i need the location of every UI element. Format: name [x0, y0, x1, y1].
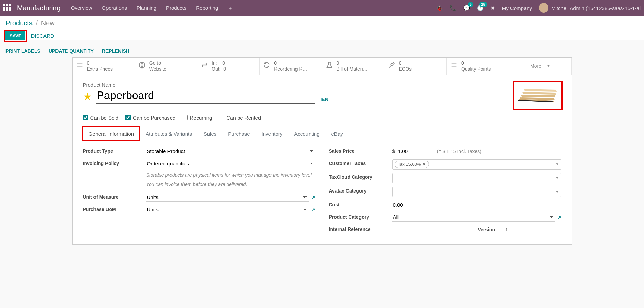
bug-icon[interactable]: 🐞 [436, 5, 443, 11]
top-navbar: Manufacturing Overview Operations Planni… [0, 0, 644, 16]
breadcrumb-products[interactable]: Products [5, 19, 33, 27]
category-external-link-icon[interactable]: ↗ [557, 214, 561, 220]
stat-bom[interactable]: 0Bill of Materi… [322, 58, 384, 75]
svg-marker-15 [524, 89, 557, 92]
tab-ebay[interactable]: eBay [326, 127, 349, 140]
menu-products[interactable]: Products [166, 5, 186, 11]
stat-extra-prices[interactable]: 0Extra Prices [73, 58, 135, 75]
product-flags: Can be Sold Can be Purchased Recurring C… [73, 113, 572, 127]
chevron-down-icon[interactable]: ▼ [556, 176, 559, 180]
form-tabs: General Information Attributes & Variant… [73, 127, 572, 140]
form-sheet: 0Extra Prices Go toWebsite In: 0 Out: 0 … [72, 57, 572, 245]
version-value: 1 [505, 227, 508, 232]
chevron-down-icon[interactable]: ▼ [556, 162, 559, 166]
stat-ecos[interactable]: 0ECOs [384, 58, 447, 75]
uom-label: Unit of Measure [83, 193, 146, 200]
purchase-uom-select[interactable]: Units [146, 205, 309, 214]
taxcloud-input[interactable]: ▼ [392, 173, 561, 183]
tab-accounting[interactable]: Accounting [288, 127, 325, 140]
remove-tag-icon[interactable]: ✕ [422, 162, 426, 167]
user-menu[interactable]: Mitchell Admin (15412385-saas-15-1-al [539, 3, 641, 13]
taxcloud-label: TaxCloud Category [329, 173, 392, 180]
menu-planning[interactable]: Planning [137, 5, 156, 11]
menu-operations[interactable]: Operations [102, 5, 127, 11]
exchange-icon [201, 61, 208, 71]
stat-buttons: 0Extra Prices Go toWebsite In: 0 Out: 0 … [73, 58, 572, 75]
apps-icon[interactable] [3, 4, 12, 12]
avatar [539, 3, 548, 13]
can-be-rented-checkbox[interactable]: Can be Rented [219, 115, 261, 121]
activities-icon[interactable]: 🕘25 [477, 5, 484, 11]
paperboard-image-icon [517, 85, 558, 106]
wrench-icon [388, 61, 395, 71]
chevron-down-icon[interactable]: ▼ [556, 190, 559, 194]
menu-add-icon[interactable]: ＋ [228, 5, 233, 11]
tab-attributes-variants[interactable]: Attributes & Variants [140, 127, 198, 140]
breadcrumb: Products / New [5, 19, 639, 27]
avatax-input[interactable]: ▼ [392, 187, 561, 197]
can-be-purchased-checkbox[interactable]: Can be Purchased [125, 115, 175, 121]
subaction-bar: PRINT LABELS UPDATE QUANTITY REPLENISH [0, 44, 644, 57]
cost-input[interactable] [392, 200, 561, 209]
product-type-label: Product Type [83, 147, 146, 154]
menu-overview[interactable]: Overview [71, 5, 92, 11]
user-name: Mitchell Admin (15412385-saas-15-1-al [551, 5, 641, 11]
stat-more[interactable]: More▼ [509, 58, 571, 75]
currency-symbol: $ [392, 148, 395, 154]
tools-icon[interactable]: ✖ [491, 5, 495, 11]
product-name-input[interactable] [96, 89, 315, 104]
tab-general-information[interactable]: General Information [83, 127, 140, 140]
customer-taxes-label: Customer Taxes [329, 159, 392, 166]
menu-reporting[interactable]: Reporting [196, 5, 218, 11]
control-panel: Products / New SAVE DISCARD [0, 16, 644, 40]
main-menu: Overview Operations Planning Products Re… [71, 5, 233, 11]
replenish-button[interactable]: REPLENISH [102, 48, 129, 54]
uom-external-link-icon[interactable]: ↗ [311, 195, 315, 200]
purchase-uom-label: Purchase UoM [83, 205, 146, 212]
recurring-checkbox[interactable]: Recurring [182, 115, 212, 121]
tax-tag: Tax 15.00% ✕ [395, 161, 429, 168]
customer-taxes-input[interactable]: Tax 15.00% ✕ ▼ [392, 159, 561, 170]
save-button[interactable]: SAVE [5, 31, 25, 40]
stat-quality[interactable]: 0Quality Points [447, 58, 509, 75]
flask-icon [326, 61, 333, 71]
invoicing-policy-select[interactable]: Ordered quantities [146, 159, 315, 168]
svg-marker-14 [522, 92, 556, 95]
phone-icon[interactable]: 📞 [450, 5, 456, 11]
app-title: Manufacturing [17, 4, 61, 12]
breadcrumb-current: New [41, 19, 55, 27]
tab-inventory[interactable]: Inventory [256, 127, 289, 140]
messages-icon[interactable]: 💬5 [463, 5, 470, 11]
stat-reordering[interactable]: 0Reordering R… [260, 58, 322, 75]
stat-in-out[interactable]: In: 0 Out: 0 [197, 58, 260, 75]
print-labels-button[interactable]: PRINT LABELS [5, 48, 40, 54]
list-icon [76, 61, 84, 71]
internal-ref-input[interactable] [392, 225, 468, 234]
tab-body-general: Product Type Storable Product Invoicing … [73, 140, 572, 244]
product-image[interactable] [514, 82, 561, 109]
globe-icon [138, 61, 146, 71]
product-type-select[interactable]: Storable Product [146, 147, 315, 156]
activities-badge: 25 [479, 2, 487, 7]
messages-badge: 5 [468, 2, 473, 7]
cost-label: Cost [329, 200, 392, 207]
uom-select[interactable]: Units [146, 193, 309, 202]
refresh-icon [263, 61, 270, 71]
tab-sales[interactable]: Sales [198, 127, 223, 140]
tab-purchase[interactable]: Purchase [222, 127, 255, 140]
product-category-label: Product Category [329, 213, 392, 220]
sales-price-input[interactable] [397, 147, 431, 156]
discard-button[interactable]: DISCARD [31, 33, 54, 39]
stat-website[interactable]: Go toWebsite [135, 58, 197, 75]
can-be-sold-checkbox[interactable]: Can be Sold [83, 115, 119, 121]
company-selector[interactable]: My Company [502, 5, 532, 11]
version-label: Version [478, 227, 495, 232]
invoicing-policy-label: Invoicing Policy [83, 159, 146, 166]
product-category-select[interactable]: All [392, 213, 555, 222]
favorite-star-icon[interactable]: ★ [83, 90, 92, 102]
svg-marker-13 [521, 95, 555, 97]
language-button[interactable]: EN [321, 96, 329, 102]
product-type-help2: You can invoice them before they are del… [146, 181, 315, 188]
update-quantity-button[interactable]: UPDATE QUANTITY [49, 48, 94, 54]
purchase-uom-external-link-icon[interactable]: ↗ [311, 207, 315, 212]
